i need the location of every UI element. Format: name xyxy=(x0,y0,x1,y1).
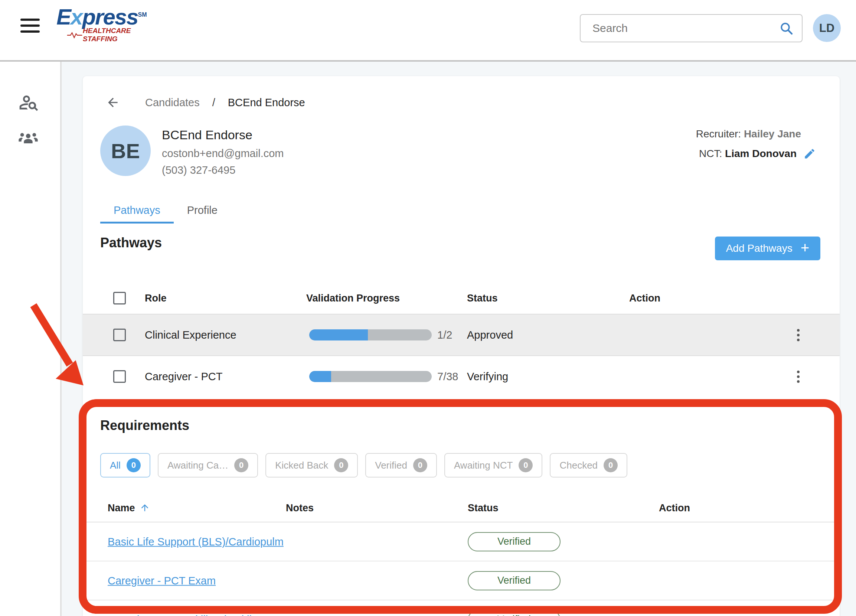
candidate-avatar-initials: BE xyxy=(111,139,140,163)
progress-bar xyxy=(309,330,432,340)
status-badge-verified: Verified xyxy=(468,571,560,590)
column-header-status: Status xyxy=(467,292,498,304)
add-pathways-button[interactable]: Add Pathways + xyxy=(715,237,821,260)
pathways-section-title: Pathways xyxy=(100,235,162,251)
pathway-row-caregiver-pct: Caregiver - PCT 7/38 Verifying xyxy=(83,356,840,397)
column-header-role: Role xyxy=(145,292,167,304)
person-search-icon xyxy=(18,92,38,113)
back-arrow-icon[interactable] xyxy=(106,95,120,109)
groups-icon xyxy=(18,128,38,148)
row-actions-kebab-icon[interactable] xyxy=(791,368,805,385)
column-header-action: Action xyxy=(629,292,660,304)
requirements-table: Name Notes Status Action Basic Life Supp… xyxy=(83,494,840,616)
search-icon[interactable] xyxy=(779,21,794,35)
user-avatar-initials: LD xyxy=(819,22,834,35)
count-badge: 0 xyxy=(334,458,348,472)
filter-chip-verified[interactable]: Verified 0 xyxy=(365,453,437,477)
left-sidebar xyxy=(0,62,62,616)
row-checkbox[interactable] xyxy=(113,329,126,341)
count-badge: 0 xyxy=(519,458,533,472)
pathways-table: Role Validation Progress Status Action C… xyxy=(83,282,840,397)
filter-chip-awaiting-candidate[interactable]: Awaiting Ca… 0 xyxy=(158,453,258,477)
requirement-row-pct-exam: Caregiver - PCT Exam Verified xyxy=(83,561,840,601)
heartbeat-icon xyxy=(67,30,83,40)
column-header-action: Action xyxy=(659,502,690,513)
logo-service-mark: SM xyxy=(138,11,147,18)
logo-tagline: HEALTHCARE STAFFING xyxy=(83,27,153,43)
requirements-section-title: Requirements xyxy=(100,418,189,433)
column-header-name[interactable]: Name xyxy=(108,502,150,513)
column-header-status: Status xyxy=(468,502,499,513)
status-badge-verified: Verified xyxy=(468,610,560,616)
requirement-link[interactable]: Caregiver - PCT Exam xyxy=(108,574,216,586)
top-header-bar: ExpressSM HEALTHCARE STAFFING LD xyxy=(0,0,856,62)
plus-icon: + xyxy=(801,240,809,255)
pathway-status: Verifying xyxy=(467,371,508,383)
progress-bar xyxy=(309,371,432,382)
pathway-role: Clinical Experience xyxy=(145,329,237,341)
logo-brand-text: ExpressSM xyxy=(56,6,153,28)
candidate-card: Candidates / BCEnd Endorse BE BCEnd Endo… xyxy=(83,76,840,616)
filter-chip-awaiting-nct[interactable]: Awaiting NCT 0 xyxy=(444,453,542,477)
candidate-phone: (503) 327-6495 xyxy=(162,164,283,176)
progress-fraction: 1/2 xyxy=(437,329,452,341)
breadcrumb-separator: / xyxy=(212,97,215,109)
tab-pathways[interactable]: Pathways xyxy=(100,199,174,223)
pathway-role: Caregiver - PCT xyxy=(145,371,223,383)
progress-bar-fill xyxy=(309,371,331,382)
requirement-row-bls: Basic Life Support (BLS)/Cardiopulm Veri… xyxy=(83,522,840,561)
hamburger-menu-icon[interactable] xyxy=(20,18,40,34)
count-badge: 0 xyxy=(604,458,618,472)
search-input[interactable] xyxy=(592,22,779,35)
recruiter-name: Hailey Jane xyxy=(744,128,801,140)
candidate-avatar: BE xyxy=(100,125,151,176)
nct-name: Liam Donovan xyxy=(725,148,797,159)
express-logo[interactable]: ExpressSM HEALTHCARE STAFFING xyxy=(56,6,153,43)
filter-chip-checked[interactable]: Checked 0 xyxy=(550,453,627,477)
row-checkbox[interactable] xyxy=(113,370,126,383)
nct-label: NCT: xyxy=(699,148,722,159)
tab-bar: Pathways Profile xyxy=(100,199,231,223)
row-actions-kebab-icon[interactable] xyxy=(791,327,805,343)
breadcrumb-current-page: BCEnd Endorse xyxy=(228,97,305,109)
requirement-row-pct-skills-checklist: Caregiver - PCT Skills Checklist Verifie… xyxy=(83,601,840,616)
progress-fraction: 7/38 xyxy=(437,371,458,383)
select-all-checkbox[interactable] xyxy=(113,292,126,305)
edit-nct-pencil-icon[interactable] xyxy=(803,148,816,160)
progress-bar-fill xyxy=(309,330,368,340)
candidate-name: BCEnd Endorse xyxy=(162,128,283,142)
candidate-email: costonb+end@gmail.com xyxy=(162,148,283,160)
count-badge: 0 xyxy=(413,458,427,472)
pathway-status: Approved xyxy=(467,329,513,341)
status-badge-verified: Verified xyxy=(468,532,560,551)
column-header-notes: Notes xyxy=(286,502,314,513)
requirement-link[interactable]: Caregiver - PCT Skills Checklist xyxy=(108,613,260,616)
main-content-area: Candidates / BCEnd Endorse BE BCEnd Endo… xyxy=(62,62,856,616)
breadcrumb: Candidates / BCEnd Endorse xyxy=(106,95,305,109)
filter-chip-kicked-back[interactable]: Kicked Back 0 xyxy=(265,453,358,477)
assignment-info: Recruiter: Hailey Jane NCT: Liam Donovan xyxy=(696,128,816,160)
app-screen: ExpressSM HEALTHCARE STAFFING LD xyxy=(0,0,856,616)
sidebar-item-groups[interactable] xyxy=(18,128,38,148)
column-header-validation-progress: Validation Progress xyxy=(306,292,400,304)
filter-chip-all[interactable]: All 0 xyxy=(100,453,150,477)
pathways-table-header: Role Validation Progress Status Action xyxy=(83,282,840,314)
breadcrumb-candidates-link[interactable]: Candidates xyxy=(145,97,200,109)
recruiter-label: Recruiter: xyxy=(696,128,741,140)
requirements-table-header: Name Notes Status Action xyxy=(83,494,840,522)
requirement-link[interactable]: Basic Life Support (BLS)/Cardiopulm xyxy=(108,536,283,547)
pathway-row-clinical-experience: Clinical Experience 1/2 Approved xyxy=(83,314,840,356)
tab-profile[interactable]: Profile xyxy=(174,199,231,222)
requirements-filter-chips: All 0 Awaiting Ca… 0 Kicked Back 0 Verif… xyxy=(100,453,627,477)
sidebar-item-candidate-search[interactable] xyxy=(18,92,38,113)
search-box[interactable] xyxy=(580,14,802,42)
user-avatar[interactable]: LD xyxy=(813,14,841,42)
count-badge: 0 xyxy=(234,458,248,472)
sort-ascending-icon[interactable] xyxy=(140,503,150,513)
count-badge: 0 xyxy=(126,458,141,472)
